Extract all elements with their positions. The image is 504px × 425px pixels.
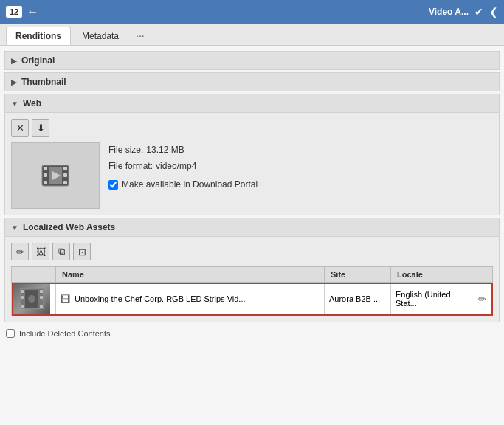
include-deleted-checkbox[interactable]: [6, 329, 15, 338]
file-size-value: 13.12 MB: [146, 142, 184, 159]
edit-button[interactable]: ✏: [11, 243, 29, 260]
row-edit-cell: ✏: [472, 283, 493, 316]
section-thumbnail-label: Thumbnail: [21, 77, 66, 87]
copy-button[interactable]: ⧉: [52, 243, 70, 260]
section-localized-label: Localized Web Assets: [23, 222, 115, 232]
nav-back-icon[interactable]: ❮: [489, 6, 498, 18]
localized-toolbar: ✏ 🖼 ⧉ ⊡: [11, 243, 493, 260]
row-locale-cell: English (United Stat...: [391, 283, 472, 316]
file-size-row: File size: 13.12 MB: [108, 142, 258, 159]
section-thumbnail: ▶ Thumbnail: [4, 72, 500, 91]
web-content: File size: 13.12 MB File format: video/m…: [11, 142, 493, 209]
row-edit-button[interactable]: ✏: [477, 292, 488, 306]
download-button[interactable]: ⬇: [32, 119, 49, 137]
tab-bar: Renditions Metadata ···: [0, 24, 504, 46]
web-toolbar: ✕ ⬇: [11, 119, 493, 137]
section-localized-body: ✏ 🖼 ⧉ ⊡ Name Site Locale: [4, 237, 500, 322]
svg-rect-17: [40, 305, 43, 308]
row-name-text: Unboxing the Chef Corp. RGB LED Strips V…: [75, 294, 246, 303]
localized-collapse-icon: ▼: [11, 224, 18, 232]
back-arrow-icon[interactable]: ←: [27, 5, 38, 18]
tab-renditions[interactable]: Renditions: [6, 27, 71, 45]
main-content: ▶ Original ▶ Thumbnail ▼ Web ✕ ⬇: [0, 46, 504, 425]
row-thumb: [13, 284, 50, 314]
section-original-label: Original: [21, 55, 55, 66]
file-format-row: File format: video/mp4: [108, 159, 258, 175]
row-film-icon: [20, 288, 44, 309]
col-locale: Locale: [391, 267, 472, 283]
section-web-body: ✕ ⬇: [4, 113, 500, 215]
svg-rect-5: [63, 167, 67, 170]
download-portal-label: Make available in Download Portal: [122, 177, 258, 193]
top-bar-left: 12 ←: [6, 5, 38, 18]
file-format-label: File format:: [108, 159, 153, 175]
file-info: File size: 13.12 MB File format: video/m…: [108, 142, 258, 193]
svg-rect-2: [44, 167, 47, 170]
download-portal-checkbox[interactable]: [108, 180, 118, 190]
file-size-label: File size:: [108, 142, 143, 159]
section-thumbnail-header[interactable]: ▶ Thumbnail: [4, 72, 500, 91]
col-action: [472, 267, 493, 283]
section-localized-header[interactable]: ▼ Localized Web Assets: [4, 218, 500, 237]
row-name-content: 🎞 Unboxing the Chef Corp. RGB LED Strips…: [61, 294, 320, 305]
svg-rect-3: [44, 173, 47, 177]
web-collapse-icon: ▼: [11, 100, 18, 108]
svg-rect-12: [21, 290, 24, 293]
section-original: ▶ Original: [4, 51, 500, 70]
copy2-button[interactable]: ⊡: [73, 243, 91, 260]
check-icon[interactable]: ✔: [474, 6, 483, 18]
table-row[interactable]: 🎞 Unboxing the Chef Corp. RGB LED Strips…: [12, 283, 493, 316]
asset-table: Name Site Locale: [11, 266, 493, 316]
svg-point-19: [28, 295, 35, 303]
svg-rect-15: [40, 290, 43, 293]
col-name: Name: [56, 267, 325, 283]
page-number: 12: [6, 6, 22, 18]
svg-rect-16: [40, 296, 43, 299]
svg-rect-13: [21, 296, 24, 299]
delete-button[interactable]: ✕: [11, 119, 29, 137]
row-name-cell: 🎞 Unboxing the Chef Corp. RGB LED Strips…: [56, 283, 325, 316]
svg-rect-4: [44, 181, 47, 184]
section-web-label: Web: [23, 98, 41, 108]
section-localized: ▼ Localized Web Assets ✏ 🖼 ⧉ ⊡ Name Site…: [4, 218, 500, 322]
col-thumb: [12, 267, 56, 283]
section-web-header[interactable]: ▼ Web: [4, 94, 500, 113]
thumbnail-collapse-icon: ▶: [11, 78, 17, 86]
top-bar: 12 ← Video A... ✔ ❮: [0, 0, 504, 24]
image-button[interactable]: 🖼: [32, 243, 49, 260]
include-deleted-row: Include Deleted Contents: [0, 325, 504, 342]
section-web: ▼ Web ✕ ⬇: [4, 94, 500, 215]
row-film-small-icon: 🎞: [61, 294, 70, 305]
filmstrip-icon: [39, 159, 72, 192]
svg-rect-14: [21, 305, 24, 308]
row-thumb-image: [13, 284, 50, 314]
svg-rect-7: [63, 181, 67, 184]
tab-more[interactable]: ···: [130, 26, 151, 45]
top-bar-right: Video A... ✔ ❮: [429, 6, 498, 18]
file-format-value: video/mp4: [156, 159, 196, 175]
tab-metadata[interactable]: Metadata: [72, 27, 128, 45]
include-deleted-label: Include Deleted Contents: [19, 329, 111, 338]
row-site-cell: Aurora B2B ...: [325, 283, 391, 316]
original-collapse-icon: ▶: [11, 57, 17, 65]
section-original-header[interactable]: ▶ Original: [4, 51, 500, 70]
video-thumbnail: [11, 142, 100, 209]
col-site: Site: [325, 267, 391, 283]
download-portal-row: Make available in Download Portal: [108, 177, 258, 193]
svg-rect-6: [63, 173, 67, 177]
row-thumbnail-cell: [12, 283, 56, 316]
asset-title: Video A...: [429, 7, 469, 17]
